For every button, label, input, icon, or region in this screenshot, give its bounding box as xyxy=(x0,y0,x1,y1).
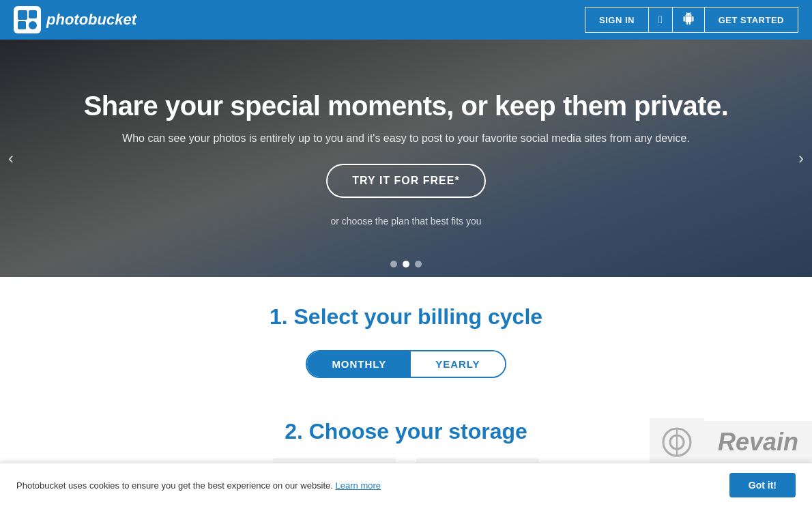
svg-rect-3 xyxy=(18,21,26,29)
monthly-button[interactable]: MONTHLY xyxy=(307,351,411,377)
hero-dots xyxy=(390,261,422,267)
logo[interactable]: photobucket xyxy=(14,6,136,33)
logo-svg xyxy=(15,8,40,32)
revain-text: Revain xyxy=(704,421,812,463)
dot-1[interactable] xyxy=(390,261,397,267)
apple-button[interactable]:  xyxy=(649,7,673,33)
cookie-learn-more-link[interactable]: Learn more xyxy=(336,480,381,491)
dot-2[interactable] xyxy=(403,261,409,267)
logo-icon xyxy=(14,6,41,33)
hero-prev-button[interactable]: ‹ xyxy=(8,149,14,168)
getstarted-button[interactable]: GET STARTED xyxy=(705,7,798,33)
try-free-button[interactable]: TRY IT FOR FREE* xyxy=(326,164,485,198)
hero-title: Share your special moments, or keep them… xyxy=(84,91,729,121)
hero-section: Share your special moments, or keep them… xyxy=(0,40,812,277)
android-button[interactable] xyxy=(673,7,705,33)
dot-3[interactable] xyxy=(415,261,422,267)
yearly-button[interactable]: YEARLY xyxy=(411,351,504,377)
cookie-text: Photobucket uses cookies to ensure you g… xyxy=(16,480,381,491)
revain-logo xyxy=(650,418,704,466)
hero-or-text: or choose the plan that best fits you xyxy=(84,216,729,227)
billing-toggle: MONTHLY YEARLY xyxy=(306,350,506,378)
revain-watermark: Revain xyxy=(650,418,812,466)
navbar: photobucket SIGN IN  GET STARTED xyxy=(0,0,812,40)
navbar-actions: SIGN IN  GET STARTED xyxy=(585,7,798,33)
apple-icon:  xyxy=(658,14,663,26)
hero-next-button[interactable]: › xyxy=(798,149,804,168)
billing-title: 1. Select your billing cycle xyxy=(14,304,798,330)
hero-content: Share your special moments, or keep them… xyxy=(84,91,729,227)
svg-rect-1 xyxy=(18,10,27,20)
signin-button[interactable]: SIGN IN xyxy=(585,7,649,33)
android-icon xyxy=(682,12,695,27)
cookie-accept-button[interactable]: Got it! xyxy=(729,473,796,497)
hero-subtitle: Who can see your photos is entirely up t… xyxy=(84,132,729,145)
svg-rect-2 xyxy=(29,10,37,18)
cookie-banner: Photobucket uses cookies to ensure you g… xyxy=(0,463,812,499)
revain-logo-svg xyxy=(660,425,694,459)
billing-section: 1. Select your billing cycle MONTHLY YEA… xyxy=(0,277,812,412)
logo-text: photobucket xyxy=(46,11,136,29)
svg-point-4 xyxy=(29,21,37,29)
